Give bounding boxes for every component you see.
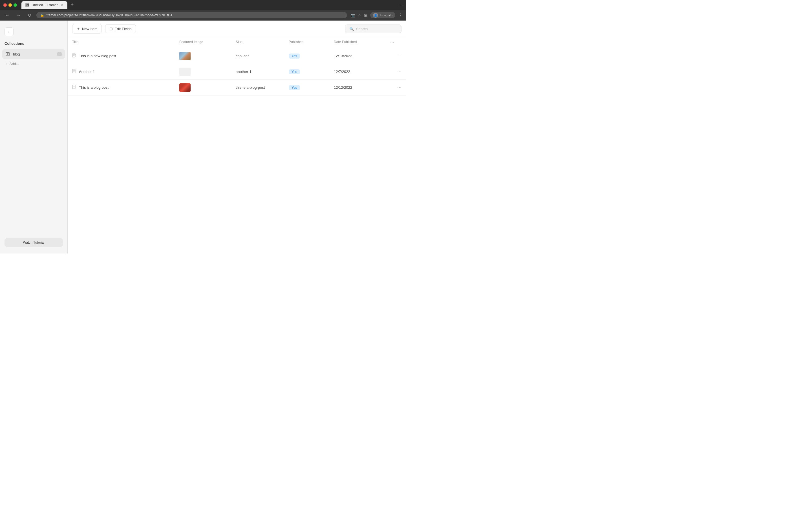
- collection-icon: [5, 52, 10, 57]
- sidebar-items: blog 3 + Add...: [0, 49, 67, 235]
- add-icon: +: [5, 62, 7, 66]
- cell-slug-1: cool-car: [236, 54, 289, 58]
- more-options-icon[interactable]: ⋮: [398, 13, 403, 18]
- row-icon-1: [72, 53, 76, 59]
- new-item-label: New Item: [82, 27, 98, 31]
- row-icon-3: [72, 85, 76, 90]
- incognito-pill: 👤 Incognito: [370, 12, 395, 18]
- address-actions: 📷 ☆ ▣ 👤 Incognito ⋮: [350, 12, 403, 18]
- blog-item-count: 3: [57, 52, 62, 56]
- edit-fields-button[interactable]: ⊞ Edit Fields: [105, 24, 136, 33]
- back-nav-button[interactable]: ←: [3, 11, 11, 19]
- address-bar: ← → ↻ 🔒 framer.com/projects/Untitled--mZ…: [0, 10, 406, 20]
- plus-icon: ＋: [77, 26, 80, 31]
- title-text-1: This is a new blog post: [79, 54, 116, 58]
- sidebar-item-blog[interactable]: blog 3: [2, 49, 65, 59]
- cell-slug-3: this-is-a-blog-post: [236, 86, 289, 90]
- image-thumbnail-3: [179, 83, 191, 92]
- cell-published-2: Yes: [289, 69, 334, 74]
- cell-image-1: [179, 52, 236, 60]
- table-row[interactable]: This is a new blog post cool-car Yes 12/…: [68, 48, 406, 64]
- url-bar[interactable]: 🔒 framer.com/projects/Untitled--mZ98oDWa…: [36, 12, 347, 18]
- yes-badge-2: Yes: [289, 69, 300, 74]
- cell-title-1: This is a new blog post: [72, 53, 179, 59]
- edit-fields-label: Edit Fields: [114, 27, 132, 31]
- dot-red[interactable]: [3, 3, 7, 7]
- title-text-3: This is a blog post: [79, 86, 109, 90]
- url-text: framer.com/projects/Untitled--mZ98oDWaPJ…: [47, 13, 343, 17]
- cell-image-2: [179, 68, 236, 76]
- yes-badge-1: Yes: [289, 54, 300, 59]
- blog-item-label: blog: [13, 52, 54, 56]
- cell-date-2: 12/7/2022: [334, 69, 390, 74]
- search-box[interactable]: 🔍 Search: [345, 24, 402, 33]
- browser-chrome: 🖼 Untitled – Framer ✕ + ⋯: [0, 0, 406, 10]
- more-dots-header[interactable]: ···: [390, 40, 394, 45]
- bookmark-icon[interactable]: ☆: [358, 13, 361, 17]
- table-row[interactable]: Another 1 another-1 Yes 12/7/2022 ···: [68, 64, 406, 80]
- cell-image-3: [179, 83, 236, 92]
- title-text-2: Another 1: [79, 69, 95, 74]
- col-date-published: Date Published: [334, 40, 390, 45]
- cell-more-1[interactable]: ···: [390, 53, 402, 59]
- cell-title-2: Another 1: [72, 69, 179, 74]
- add-label: Add...: [10, 62, 19, 66]
- app: ← Collections blog 3 + Add...: [0, 20, 406, 253]
- tab-favicon: 🖼: [26, 3, 29, 7]
- refresh-button[interactable]: ↻: [26, 11, 33, 19]
- tab-bar: 🖼 Untitled – Framer ✕ +: [21, 1, 396, 9]
- svg-rect-0: [6, 52, 9, 56]
- tab-close-icon[interactable]: ✕: [60, 3, 63, 7]
- cell-published-1: Yes: [289, 53, 334, 59]
- image-thumbnail-1: [179, 52, 191, 60]
- col-more: ···: [390, 40, 402, 45]
- cell-more-3[interactable]: ···: [390, 84, 402, 91]
- browser-extend-icon[interactable]: ⋯: [399, 3, 403, 7]
- col-featured-image: Featured Image: [179, 40, 236, 45]
- sidebar-footer: Watch Tutorial: [0, 235, 67, 250]
- cell-date-1: 12/13/2022: [334, 54, 390, 58]
- col-title: Title: [72, 40, 179, 45]
- col-slug: Slug: [236, 40, 289, 45]
- active-tab[interactable]: 🖼 Untitled – Framer ✕: [21, 1, 67, 9]
- forward-nav-button[interactable]: →: [15, 11, 22, 19]
- watch-tutorial-button[interactable]: Watch Tutorial: [4, 238, 63, 247]
- split-view-icon[interactable]: ▣: [364, 13, 367, 17]
- fields-icon: ⊞: [109, 26, 113, 31]
- search-placeholder: Search: [356, 27, 368, 31]
- cell-title-3: This is a blog post: [72, 85, 179, 90]
- cell-slug-2: another-1: [236, 69, 289, 74]
- cell-published-3: Yes: [289, 85, 334, 90]
- incognito-label: Incognito: [380, 13, 393, 17]
- dot-yellow[interactable]: [8, 3, 12, 7]
- sidebar: ← Collections blog 3 + Add...: [0, 20, 68, 253]
- cell-more-2[interactable]: ···: [390, 69, 402, 75]
- cell-date-3: 12/12/2022: [334, 86, 390, 90]
- new-tab-button[interactable]: +: [68, 1, 76, 9]
- table: Title Featured Image Slug Published Date…: [68, 37, 406, 253]
- image-thumbnail-2: [179, 68, 191, 76]
- main-content: ＋ New Item ⊞ Edit Fields 🔍 Search Title …: [68, 20, 406, 253]
- col-published: Published: [289, 40, 334, 45]
- toolbar: ＋ New Item ⊞ Edit Fields 🔍 Search: [68, 20, 406, 37]
- incognito-avatar: 👤: [373, 13, 378, 18]
- table-header: Title Featured Image Slug Published Date…: [68, 37, 406, 48]
- new-item-button[interactable]: ＋ New Item: [72, 24, 102, 34]
- browser-dots: [3, 3, 17, 7]
- dot-green[interactable]: [13, 3, 17, 7]
- lock-icon: 🔒: [40, 13, 44, 17]
- row-icon-2: [72, 69, 76, 74]
- camera-off-icon: 📷: [350, 13, 355, 17]
- sidebar-add-item[interactable]: + Add...: [2, 60, 65, 68]
- table-row[interactable]: This is a blog post this-is-a-blog-post …: [68, 80, 406, 96]
- yes-badge-3: Yes: [289, 85, 300, 90]
- back-button[interactable]: ←: [4, 27, 13, 36]
- collections-title: Collections: [4, 41, 24, 46]
- tab-title: Untitled – Framer: [32, 3, 58, 7]
- search-icon: 🔍: [349, 27, 354, 31]
